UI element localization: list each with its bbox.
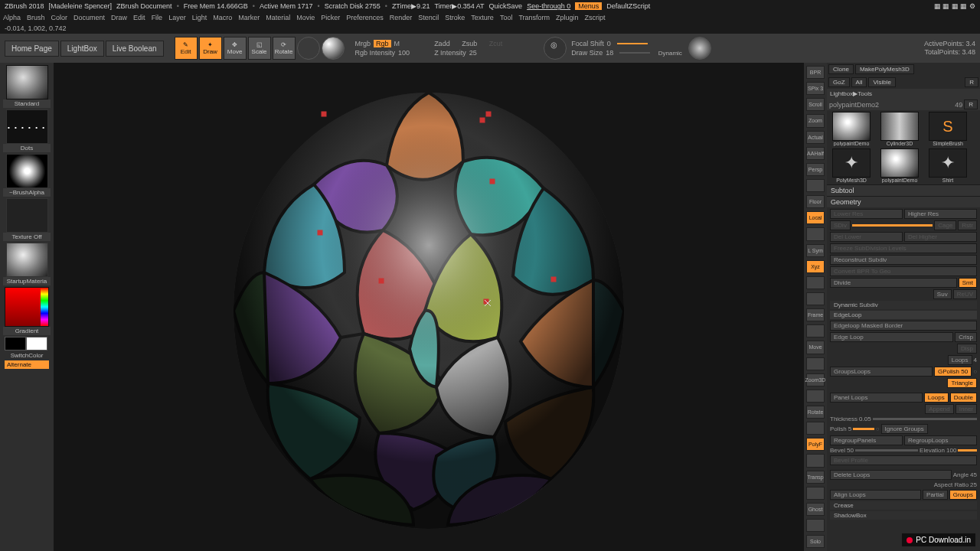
- menu-light[interactable]: Light: [192, 14, 207, 21]
- ignore-groups-button[interactable]: Ignore Groups: [881, 424, 928, 434]
- del-lower-button[interactable]: Del Lower: [830, 232, 903, 242]
- shelf-persp[interactable]: Persp: [806, 163, 825, 176]
- goz-visible-button[interactable]: Visible: [868, 77, 895, 87]
- drawsize-preview-icon[interactable]: [688, 37, 711, 60]
- shelf-spix-3[interactable]: SPix 3: [806, 82, 825, 95]
- crisp-button[interactable]: Crisp: [955, 332, 977, 342]
- menu-brush[interactable]: Brush: [27, 14, 45, 21]
- divide-button[interactable]: Divide: [830, 278, 957, 288]
- reuv-button[interactable]: ReUV: [953, 289, 977, 299]
- menu-edit[interactable]: Edit: [133, 14, 145, 21]
- switch-color[interactable]: [5, 337, 49, 350]
- edgeloop-masked-button[interactable]: Edgeloop Masked Border: [830, 321, 977, 331]
- suv-button[interactable]: Suv: [933, 289, 952, 299]
- shelf-rotate[interactable]: Rotate: [806, 406, 825, 419]
- shelf-aahalf[interactable]: AAHalf: [806, 147, 825, 160]
- shelf-xyz[interactable]: Xyz: [806, 260, 825, 273]
- lower-res-button[interactable]: Lower Res: [830, 209, 903, 219]
- delete-loops-button[interactable]: Delete Loops: [830, 470, 952, 480]
- shelf-btn24[interactable]: [806, 454, 825, 467]
- gizmo-button[interactable]: [297, 37, 320, 60]
- move-button[interactable]: ✥Move: [224, 37, 247, 60]
- alternate-button[interactable]: Alternate: [5, 360, 49, 369]
- menu-texture[interactable]: Texture: [471, 14, 494, 21]
- menu-preferences[interactable]: Preferences: [346, 14, 384, 21]
- shelf-btn14[interactable]: [806, 292, 825, 305]
- menu-marker[interactable]: Marker: [238, 14, 260, 21]
- focal-gyro-icon[interactable]: ◎: [544, 37, 567, 60]
- shelf-bpr[interactable]: BPR: [806, 66, 825, 79]
- shelf-ghost[interactable]: Ghost: [806, 503, 825, 516]
- edgeloop-section[interactable]: EdgeLoop: [830, 311, 977, 319]
- shelf-btn16[interactable]: [806, 324, 825, 337]
- goz-button[interactable]: GoZ: [828, 77, 850, 87]
- shelf-l-sym[interactable]: L Sym: [806, 244, 825, 257]
- stroke-selector[interactable]: Dots: [3, 109, 51, 152]
- gpolish-button[interactable]: GPolish 50: [934, 367, 972, 377]
- rotate-button[interactable]: ⟳Rotate: [273, 37, 296, 60]
- draw-button[interactable]: ✦Draw: [199, 37, 222, 60]
- shelf-btn28[interactable]: [806, 519, 825, 532]
- shelf-btn18[interactable]: [806, 357, 825, 370]
- tool-thumb[interactable]: Cylinder3D: [877, 112, 923, 146]
- material-selector[interactable]: StartupMateria: [3, 243, 51, 285]
- shelf-actual[interactable]: Actual: [806, 131, 825, 144]
- menu-zplugin[interactable]: Zplugin: [556, 14, 579, 21]
- higher-res-button[interactable]: Higher Res: [904, 209, 977, 219]
- sculptris-button[interactable]: [322, 37, 345, 60]
- shelf-floor[interactable]: Floor: [806, 195, 825, 208]
- menu-stroke[interactable]: Stroke: [445, 14, 465, 21]
- shelf-btn7[interactable]: [806, 179, 825, 192]
- lightbox-breadcrumb[interactable]: Lightbox▶Tools: [827, 89, 980, 99]
- del-higher-button[interactable]: Del Higher: [904, 232, 977, 242]
- color-picker[interactable]: Gradient: [3, 287, 51, 335]
- shelf-zoom3d[interactable]: Zoom3D: [806, 373, 825, 386]
- triangle-button[interactable]: Triangle: [947, 378, 977, 388]
- dynamic-subdiv-section[interactable]: Dynamic Subdiv: [830, 301, 977, 309]
- scale-button[interactable]: ◱Scale: [248, 37, 271, 60]
- shelf-btn13[interactable]: [806, 276, 825, 289]
- shelf-btn20[interactable]: [806, 390, 825, 403]
- menu-document[interactable]: Document: [74, 14, 105, 21]
- append-button[interactable]: Append: [925, 404, 954, 414]
- menu-zscript[interactable]: Zscript: [585, 14, 606, 21]
- edit-button[interactable]: ✎Edit: [175, 37, 198, 60]
- menus-button[interactable]: Menus: [575, 2, 602, 10]
- menu-movie[interactable]: Movie: [296, 14, 315, 21]
- groups-button[interactable]: Groups: [949, 490, 977, 500]
- tool-thumb[interactable]: polypaintDemo: [877, 148, 923, 183]
- lightbox-button[interactable]: LightBox: [60, 41, 104, 57]
- make-polymesh-button[interactable]: MakePolyMesh3D: [855, 64, 914, 74]
- menu-tool[interactable]: Tool: [500, 14, 513, 21]
- edge-loop-button[interactable]: Edge Loop: [830, 332, 953, 342]
- livebool-button[interactable]: Live Boolean: [106, 41, 164, 57]
- brush-selector[interactable]: Standard: [3, 65, 51, 108]
- pl-loops-button[interactable]: Loops: [924, 393, 949, 403]
- menu-render[interactable]: Render: [390, 14, 413, 21]
- rstr-button[interactable]: Rstr: [958, 220, 977, 230]
- shelf-transp[interactable]: Transp: [806, 471, 825, 484]
- menu-stencil[interactable]: Stencil: [418, 14, 439, 21]
- groupsloops-button[interactable]: GroupsLoops: [830, 367, 933, 377]
- tool-thumb[interactable]: polypaintDemo: [828, 112, 874, 146]
- homepage-button[interactable]: Home Page: [5, 41, 59, 57]
- menu-alpha[interactable]: Alpha: [3, 14, 21, 21]
- menu-draw[interactable]: Draw: [111, 14, 127, 21]
- bevel-profile-button[interactable]: Bevel Profile: [830, 455, 977, 465]
- menu-color[interactable]: Color: [51, 14, 68, 21]
- freeze-subdiv-button[interactable]: Freeze SubDivision Levels: [830, 243, 977, 253]
- tool-thumb[interactable]: ✦Shirt: [925, 148, 971, 183]
- shelf-local[interactable]: Local: [806, 211, 825, 224]
- seethrough-slider[interactable]: See-through 0: [527, 2, 570, 10]
- quicksave-button[interactable]: QuickSave: [489, 2, 523, 10]
- clone-button[interactable]: Clone: [828, 64, 854, 74]
- align-loops-button[interactable]: Align Loops: [830, 490, 921, 500]
- shelf-move[interactable]: Move: [806, 341, 825, 354]
- menu-transform[interactable]: Transform: [518, 14, 550, 21]
- tool-thumb[interactable]: ✦PolyMesh3D: [828, 148, 874, 183]
- tool-thumb[interactable]: SSimpleBrush: [925, 112, 971, 146]
- viewport[interactable]: [54, 63, 804, 551]
- disp-button[interactable]: Disp: [957, 344, 977, 354]
- menu-layer[interactable]: Layer: [168, 14, 186, 21]
- shelf-scroll[interactable]: Scroll: [806, 98, 825, 111]
